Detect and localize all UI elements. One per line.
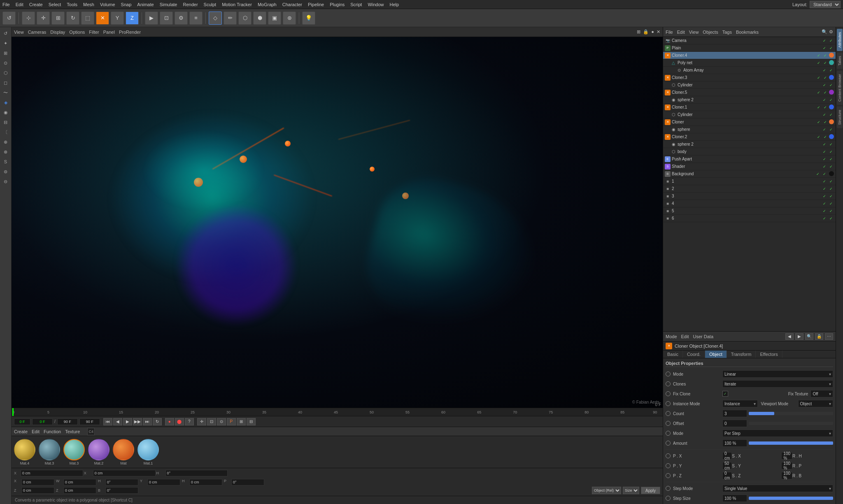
tab-basic[interactable]: Basic xyxy=(663,351,683,358)
obj-cloner5[interactable]: ✕ Cloner.5 ✓ ✓ xyxy=(663,89,836,96)
cloner5-vis[interactable]: ✓ xyxy=(816,90,822,95)
layout-select[interactable]: Standard xyxy=(810,1,841,8)
shader-vis[interactable]: ✓ xyxy=(822,164,827,170)
obj-btn-1[interactable]: ◇ xyxy=(209,12,222,25)
attr-nav-forward[interactable]: ▶ xyxy=(795,333,803,340)
play-prev[interactable]: ◀ xyxy=(113,418,122,425)
mat3-render[interactable]: ✓ xyxy=(828,193,834,199)
edge-tab-content-browser[interactable]: Content Browser xyxy=(837,71,843,105)
menu-file[interactable]: File xyxy=(2,2,10,7)
key-circle[interactable]: ⊙ xyxy=(217,418,226,425)
rotate-tool[interactable]: ↻ xyxy=(66,12,79,25)
key-add[interactable]: ✛ xyxy=(197,418,206,425)
attr-nav-lock[interactable]: 🔒 xyxy=(815,333,823,340)
cyl1-render[interactable]: ✓ xyxy=(828,82,834,88)
y-tool[interactable]: Y xyxy=(111,12,124,25)
key-square[interactable]: ⊡ xyxy=(207,418,216,425)
ls-rotate[interactable]: ⊙ xyxy=(1,58,10,67)
atom-vis[interactable]: ✓ xyxy=(822,67,827,73)
vt-filter[interactable]: Filter xyxy=(89,30,99,35)
obj-btn-2[interactable]: ✏ xyxy=(224,12,237,25)
obj-mat2[interactable]: ■ 2 ✓ ✓ xyxy=(663,185,836,193)
ls-sketch[interactable]: ⊝ xyxy=(1,177,10,186)
playhead[interactable] xyxy=(12,408,14,416)
obj-mat5[interactable]: ■ 5 ✓ ✓ xyxy=(663,207,836,215)
mat6-render[interactable]: ✓ xyxy=(828,216,834,221)
obj-cloner2[interactable]: ✕ Cloner.2 ✓ ✓ xyxy=(663,133,836,141)
obj-cloner3[interactable]: ✕ Cloner.3 ✓ ✓ xyxy=(663,74,836,81)
obj-plain[interactable]: P Plain ✓ ✓ xyxy=(663,44,836,52)
menu-character[interactable]: Character xyxy=(282,2,302,7)
step-mode-dropdown[interactable]: Single Value xyxy=(722,485,833,492)
viewport[interactable]: © Fabian Aerts 0 F xyxy=(12,37,663,408)
sphere-render[interactable]: ✓ xyxy=(828,127,834,132)
rot-h-val[interactable]: 0° xyxy=(105,479,138,485)
vp-icon-expand[interactable]: ⊞ xyxy=(637,29,640,35)
ls-deform[interactable]: 〔 xyxy=(1,128,10,137)
mat-item-1[interactable]: Mat.1 xyxy=(137,439,159,465)
undo-button[interactable]: ↺ xyxy=(2,12,16,25)
vp-icon-x[interactable]: ✕ xyxy=(657,29,660,35)
mat-item-2[interactable]: Mat.2 xyxy=(88,439,109,465)
body-vis[interactable]: ✓ xyxy=(822,149,827,155)
cyl2-vis[interactable]: ✓ xyxy=(822,112,827,118)
pushapart-vis[interactable]: ✓ xyxy=(822,156,827,162)
offset-value[interactable]: 0 xyxy=(722,420,747,427)
cloner2-render[interactable]: ✓ xyxy=(822,134,828,140)
pos-y-val[interactable]: 0 cm xyxy=(147,479,180,485)
mat1-render[interactable]: ✓ xyxy=(828,179,834,184)
size-w-val[interactable]: 0 cm xyxy=(63,479,96,485)
menu-mesh[interactable]: Mesh xyxy=(83,2,94,7)
select-tool[interactable]: ⊹ xyxy=(22,12,35,25)
obj-body[interactable]: ⬡ body ✓ ✓ xyxy=(663,148,836,156)
ls-effector[interactable]: S xyxy=(1,157,10,166)
cyl2-render[interactable]: ✓ xyxy=(828,112,834,118)
ls-cube[interactable]: ◈ xyxy=(1,98,10,107)
menu-create[interactable]: Create xyxy=(29,2,43,7)
key-grid[interactable]: ⊞ xyxy=(237,418,246,425)
obj-btn-3[interactable]: ⬡ xyxy=(238,12,252,25)
vt-panel[interactable]: Panel xyxy=(103,30,115,35)
ob-file[interactable]: File xyxy=(666,30,673,35)
polynet-render[interactable]: ✓ xyxy=(822,60,828,66)
obj-polynet[interactable]: △ Poly net ✓ ✓ xyxy=(663,59,836,67)
obj-sphere2b[interactable]: ◉ sphere 2 ✓ ✓ xyxy=(663,141,836,148)
auto-key[interactable]: ⬤ xyxy=(175,418,184,425)
key-end[interactable]: ⊟ xyxy=(247,418,256,425)
menu-select[interactable]: Select xyxy=(49,2,61,7)
obj-cloner1[interactable]: ✕ Cloner.1 ✓ ✓ xyxy=(663,104,836,111)
cloner4-render[interactable]: ✓ xyxy=(822,53,828,58)
count-value[interactable]: 3 xyxy=(722,410,747,417)
size-z-val[interactable]: 0 cm xyxy=(63,487,96,494)
render-settings[interactable]: ⚙ xyxy=(175,12,188,25)
menu-snap[interactable]: Snap xyxy=(121,2,132,7)
ls-shape[interactable]: ◻ xyxy=(1,78,10,87)
vt-prorender[interactable]: ProRender xyxy=(119,30,141,35)
edge-tab-structure[interactable]: Structure xyxy=(837,107,843,128)
obj-cylinder1[interactable]: ⬡ Cylinder ✓ ✓ xyxy=(663,81,836,89)
ob-gear-icon[interactable]: ⚙ xyxy=(829,29,833,35)
play-loop[interactable]: ↻ xyxy=(153,418,162,425)
cloner2-vis[interactable]: ✓ xyxy=(816,134,822,140)
cloner3-vis[interactable]: ✓ xyxy=(816,75,822,81)
bg-vis[interactable]: ✓ xyxy=(815,171,821,177)
count-slider[interactable] xyxy=(749,412,833,415)
play-end[interactable]: ⏭ xyxy=(143,418,152,425)
obj-btn-4[interactable]: ⬢ xyxy=(253,12,266,25)
sphere2b-render[interactable]: ✓ xyxy=(828,142,834,147)
menu-tools[interactable]: Tools xyxy=(67,2,77,7)
sphere2a-vis[interactable]: ✓ xyxy=(822,97,827,103)
ob-view[interactable]: View xyxy=(689,30,699,35)
tab-transform[interactable]: Transform xyxy=(727,351,756,358)
mat2-vis[interactable]: ✓ xyxy=(822,186,827,192)
mat-function[interactable]: Function xyxy=(44,429,61,434)
vp-icon-lock[interactable]: 🔒 xyxy=(643,29,649,35)
pos-z-val[interactable]: 0 cm xyxy=(21,487,54,494)
obj-camera[interactable]: 📷 Camera ✓ ✓ xyxy=(663,37,836,44)
mat-item-3b[interactable]: Mat.3 xyxy=(63,439,85,465)
sx-field[interactable]: 0 cm xyxy=(93,470,156,476)
play-forward[interactable]: ▶ xyxy=(123,418,132,425)
menu-help[interactable]: Help xyxy=(390,2,399,7)
obj-cloner4[interactable]: ✕ Cloner.4 ✓ ✓ xyxy=(663,52,836,59)
ls-mograph[interactable]: ⊗ xyxy=(1,147,10,156)
